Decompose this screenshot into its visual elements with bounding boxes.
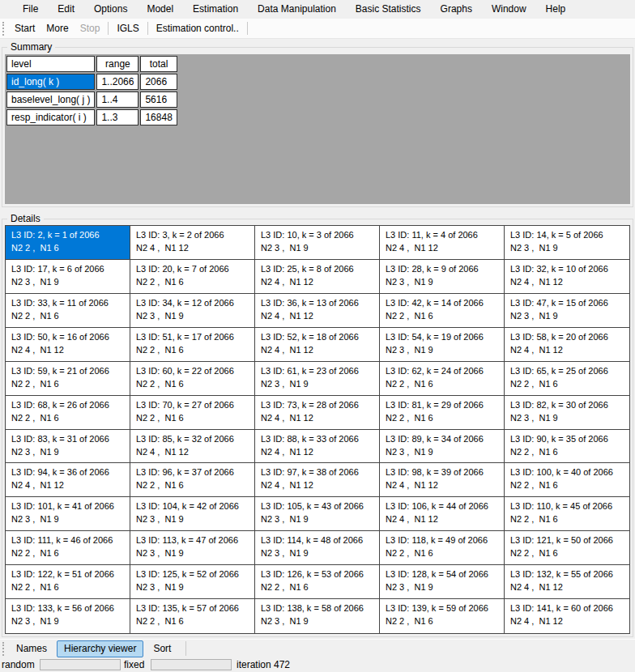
detail-cell[interactable]: L3 ID: 133, k = 56 of 2066N2 3 , N1 9 [6,599,130,633]
detail-cell[interactable]: L3 ID: 126, k = 53 of 2066N2 2 , N1 6 [255,565,380,599]
detail-cell[interactable]: L3 ID: 135, k = 57 of 2066N2 2 , N1 6 [130,599,255,633]
detail-cell[interactable]: L3 ID: 68, k = 26 of 2066N2 2 , N1 6 [6,396,130,430]
toolbar-button-stop[interactable]: Stop [75,19,106,38]
detail-cell[interactable]: L3 ID: 58, k = 20 of 2066N2 4 , N1 12 [505,328,629,362]
detail-cell-id-line: L3 ID: 98, k = 39 of 2066 [386,466,502,478]
detail-cell[interactable]: L3 ID: 34, k = 12 of 2066N2 3 , N1 9 [130,294,255,328]
menu-item-basic-statistics[interactable]: Basic Statistics [346,0,431,19]
detail-cell-counts-line: N2 2 , N1 6 [11,581,128,593]
detail-cell[interactable]: L3 ID: 60, k = 22 of 2066N2 2 , N1 6 [130,362,255,396]
detail-cell[interactable]: L3 ID: 118, k = 49 of 2066N2 2 , N1 6 [380,531,505,565]
detail-cell[interactable]: L3 ID: 138, k = 58 of 2066N2 3 , N1 9 [255,599,380,633]
tab-hierarchy-viewer[interactable]: Hierarchy viewer [57,640,143,657]
detail-cell-counts-line: N2 3 , N1 9 [11,275,128,288]
summary-cell-range[interactable]: 1..3 [96,109,139,125]
detail-cell[interactable]: L3 ID: 51, k = 17 of 2066N2 2 , N1 6 [130,328,255,362]
detail-cell[interactable]: L3 ID: 20, k = 7 of 2066N2 2 , N1 6 [130,260,255,294]
menu-item-window[interactable]: Window [482,0,536,19]
detail-cell[interactable]: L3 ID: 32, k = 10 of 2066N2 4 , N1 12 [505,260,629,294]
menu-item-file[interactable]: File [13,0,48,19]
detail-cell[interactable]: L3 ID: 90, k = 35 of 2066N2 2 , N1 6 [505,430,629,464]
summary-cell-level[interactable]: id_long( k ) [6,74,95,90]
detail-cell-counts-line: N2 3 , N1 9 [11,445,128,458]
detail-cell[interactable]: L3 ID: 114, k = 48 of 2066N2 3 , N1 9 [255,531,380,565]
detail-cell[interactable]: L3 ID: 36, k = 13 of 2066N2 4 , N1 12 [255,294,380,328]
toolbar-button-igls[interactable]: IGLS [111,19,144,38]
detail-cell[interactable]: L3 ID: 42, k = 14 of 2066N2 2 , N1 6 [380,294,505,328]
menu-item-estimation[interactable]: Estimation [183,0,248,19]
toolbar-grip-handle[interactable] [2,22,6,36]
detail-cell[interactable]: L3 ID: 104, k = 42 of 2066N2 3 , N1 9 [130,497,255,531]
detail-cell[interactable]: L3 ID: 88, k = 33 of 2066N2 4 , N1 12 [255,430,380,464]
detail-cell[interactable]: L3 ID: 25, k = 8 of 2066N2 4 , N1 12 [255,260,380,294]
detail-cell[interactable]: L3 ID: 28, k = 9 of 2066N2 3 , N1 9 [380,260,505,294]
detail-cell[interactable]: L3 ID: 132, k = 55 of 2066N2 4 , N1 12 [505,565,629,599]
detail-cell[interactable]: L3 ID: 94, k = 36 of 2066N2 4 , N1 12 [6,463,130,497]
toolbar-button-estimation-control[interactable]: Estimation control.. [151,19,245,38]
detail-cell[interactable]: L3 ID: 10, k = 3 of 2066N2 3 , N1 9 [255,226,380,260]
detail-cell-id-line: L3 ID: 32, k = 10 of 2066 [510,262,628,275]
detail-cell[interactable]: L3 ID: 121, k = 50 of 2066N2 2 , N1 6 [505,531,629,565]
detail-cell[interactable]: L3 ID: 81, k = 29 of 2066N2 2 , N1 6 [380,396,505,430]
detail-cell[interactable]: L3 ID: 110, k = 45 of 2066N2 2 , N1 6 [505,497,629,531]
summary-cell-total[interactable]: 5616 [140,91,177,108]
detail-cell[interactable]: L3 ID: 47, k = 15 of 2066N2 3 , N1 9 [505,294,629,328]
detail-cell[interactable]: L3 ID: 70, k = 27 of 2066N2 2 , N1 6 [130,396,255,430]
detail-cell-counts-line: N2 2 , N1 6 [510,547,628,559]
menu-item-help[interactable]: Help [536,0,576,19]
detail-cell[interactable]: L3 ID: 85, k = 32 of 2066N2 4 , N1 12 [130,430,255,464]
detail-cell[interactable]: L3 ID: 59, k = 21 of 2066N2 2 , N1 6 [6,362,130,396]
detail-cell[interactable]: L3 ID: 98, k = 39 of 2066N2 4 , N1 12 [380,463,505,497]
detail-cell[interactable]: L3 ID: 105, k = 43 of 2066N2 3 , N1 9 [255,497,380,531]
detail-cell-id-line: L3 ID: 89, k = 34 of 2066 [386,432,502,445]
menu-item-data-manipulation[interactable]: Data Manipulation [248,0,346,19]
summary-cell-range[interactable]: 1..2066 [96,74,139,90]
summary-cell-level[interactable]: resp_indicator( i ) [6,109,95,125]
menu-item-model[interactable]: Model [137,0,183,19]
detail-cell[interactable]: L3 ID: 65, k = 25 of 2066N2 2 , N1 6 [505,362,629,396]
summary-cell-total[interactable]: 16848 [140,109,177,125]
detail-cell[interactable]: L3 ID: 128, k = 54 of 2066N2 3 , N1 9 [380,565,505,599]
detail-cell-counts-line: N2 4 , N1 12 [261,309,377,322]
menu-item-graphs[interactable]: Graphs [431,0,482,19]
detail-cell[interactable]: L3 ID: 113, k = 47 of 2066N2 3 , N1 9 [130,531,255,565]
detail-cell[interactable]: L3 ID: 96, k = 37 of 2066N2 2 , N1 6 [130,463,255,497]
detail-cell[interactable]: L3 ID: 3, k = 2 of 2066N2 4 , N1 12 [130,226,255,260]
toolbar-button-more[interactable]: More [40,19,74,38]
toolbar-button-start[interactable]: Start [9,19,40,38]
tabstrip-grip-handle[interactable] [2,642,6,656]
summary-cell-level[interactable]: baselevel_long( j ) [6,91,95,108]
detail-cell-id-line: L3 ID: 90, k = 35 of 2066 [510,432,628,445]
menu-item-options[interactable]: Options [84,0,137,19]
detail-cell[interactable]: L3 ID: 139, k = 59 of 2066N2 2 , N1 6 [380,599,505,633]
detail-cell[interactable]: L3 ID: 14, k = 5 of 2066N2 3 , N1 9 [505,226,629,260]
detail-cell[interactable]: L3 ID: 106, k = 44 of 2066N2 4 , N1 12 [380,497,505,531]
detail-cell[interactable]: L3 ID: 141, k = 60 of 2066N2 4 , N1 12 [505,599,629,633]
summary-cell-range[interactable]: 1..4 [96,91,139,108]
detail-cell[interactable]: L3 ID: 122, k = 51 of 2066N2 2 , N1 6 [6,565,130,599]
detail-cell[interactable]: L3 ID: 89, k = 34 of 2066N2 3 , N1 9 [380,430,505,464]
detail-cell[interactable]: L3 ID: 54, k = 19 of 2066N2 3 , N1 9 [380,328,505,362]
detail-cell[interactable]: L3 ID: 50, k = 16 of 2066N2 4 , N1 12 [6,328,130,362]
summary-cell-total[interactable]: 2066 [140,74,177,90]
detail-cell[interactable]: L3 ID: 83, k = 31 of 2066N2 3 , N1 9 [6,430,130,464]
detail-cell[interactable]: L3 ID: 17, k = 6 of 2066N2 3 , N1 9 [6,260,130,294]
detail-cell[interactable]: L3 ID: 97, k = 38 of 2066N2 4 , N1 12 [255,463,380,497]
detail-cell[interactable]: L3 ID: 100, k = 40 of 2066N2 2 , N1 6 [505,463,629,497]
detail-cell[interactable]: L3 ID: 62, k = 24 of 2066N2 2 , N1 6 [380,362,505,396]
detail-cell[interactable]: L3 ID: 73, k = 28 of 2066N2 4 , N1 12 [255,396,380,430]
detail-cell[interactable]: L3 ID: 82, k = 30 of 2066N2 3 , N1 9 [505,396,629,430]
tab-sort[interactable]: Sort [146,640,178,657]
summary-panel: levelrangetotal id_long( k )1..20662066b… [5,54,630,204]
detail-cell[interactable]: L3 ID: 52, k = 18 of 2066N2 4 , N1 12 [255,328,380,362]
detail-cell[interactable]: L3 ID: 2, k = 1 of 2066N2 2 , N1 6 [6,226,130,260]
detail-cell[interactable]: L3 ID: 61, k = 23 of 2066N2 3 , N1 9 [255,362,380,396]
menu-item-edit[interactable]: Edit [48,0,84,19]
detail-cell[interactable]: L3 ID: 101, k = 41 of 2066N2 3 , N1 9 [6,497,130,531]
detail-cell[interactable]: L3 ID: 11, k = 4 of 2066N2 4 , N1 12 [380,226,505,260]
detail-cell[interactable]: L3 ID: 111, k = 46 of 2066N2 2 , N1 6 [6,531,130,565]
tab-names[interactable]: Names [9,640,54,657]
detail-cell[interactable]: L3 ID: 125, k = 52 of 2066N2 3 , N1 9 [130,565,255,599]
detail-cell-counts-line: N2 2 , N1 6 [11,411,128,424]
detail-cell[interactable]: L3 ID: 33, k = 11 of 2066N2 2 , N1 6 [6,294,130,328]
